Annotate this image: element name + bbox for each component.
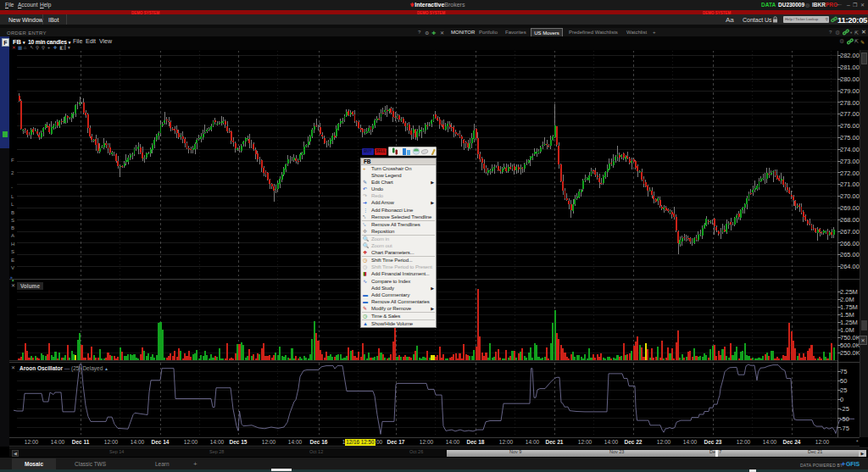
svg-text:14:00: 14:00	[131, 439, 145, 445]
svg-text:2.25M: 2.25M	[840, 288, 858, 296]
svg-text:75: 75	[840, 368, 847, 375]
svg-text:12/16 12:50: 12/16 12:50	[346, 439, 375, 445]
svg-text:12:00: 12:00	[499, 439, 514, 445]
svg-text:1.5M: 1.5M	[840, 311, 854, 319]
svg-text:14:00: 14:00	[446, 439, 460, 445]
svg-text:0: 0	[840, 396, 843, 403]
svg-text:Dec 15: Dec 15	[230, 439, 248, 445]
svg-text:1.25M: 1.25M	[840, 319, 858, 326]
svg-text:12:00: 12:00	[25, 439, 39, 445]
svg-text:-75: -75	[840, 425, 849, 432]
svg-text:Dec 16: Dec 16	[310, 439, 328, 445]
svg-text:Dec 11: Dec 11	[72, 439, 90, 445]
svg-text:50: 50	[840, 377, 847, 385]
svg-text:25: 25	[840, 386, 847, 394]
svg-text:279.00: 279.00	[840, 87, 860, 95]
svg-text:500.0K: 500.0K	[840, 342, 860, 349]
svg-text:Dec 22: Dec 22	[625, 439, 643, 445]
svg-text:12:00: 12:00	[262, 439, 276, 445]
svg-text:Dec 17: Dec 17	[387, 439, 405, 445]
svg-text:12:00: 12:00	[420, 439, 434, 445]
svg-text:Dec 23: Dec 23	[704, 439, 722, 445]
svg-text:-50: -50	[840, 415, 849, 423]
svg-text:272.00: 272.00	[840, 169, 860, 177]
svg-text:2.0M: 2.0M	[840, 296, 854, 303]
svg-text:14:00: 14:00	[604, 439, 619, 445]
svg-text:282.00: 282.00	[840, 52, 860, 59]
svg-text:14:00: 14:00	[526, 439, 540, 445]
svg-text:273.00: 273.00	[840, 158, 860, 165]
svg-text:750.0K: 750.0K	[840, 334, 860, 342]
svg-text:271.00: 271.00	[840, 180, 860, 188]
svg-text:14:00: 14:00	[51, 439, 65, 445]
svg-text:1.0M: 1.0M	[840, 326, 854, 334]
svg-text:12:00: 12:00	[815, 439, 830, 445]
svg-text:269.00: 269.00	[840, 204, 860, 212]
svg-text:12:00: 12:00	[184, 439, 198, 445]
svg-text:264.00: 264.00	[840, 263, 860, 270]
svg-text:-25: -25	[840, 405, 849, 413]
svg-text:14:00: 14:00	[683, 439, 698, 445]
svg-text:277.00: 277.00	[840, 110, 860, 118]
svg-text:12:00: 12:00	[578, 439, 593, 445]
svg-text:275.00: 275.00	[840, 134, 860, 142]
svg-text:Dec 21: Dec 21	[546, 439, 564, 445]
svg-text:267.00: 267.00	[840, 228, 860, 236]
svg-text:12:00: 12:00	[737, 439, 751, 445]
svg-text:276.00: 276.00	[840, 122, 860, 130]
svg-text:Dec 18: Dec 18	[467, 439, 485, 445]
svg-text:14:00: 14:00	[288, 439, 303, 445]
svg-text:265.00: 265.00	[840, 251, 860, 258]
svg-text:268.00: 268.00	[840, 216, 860, 224]
svg-text:1.75M: 1.75M	[840, 303, 858, 311]
svg-text:Dec 14: Dec 14	[152, 439, 170, 445]
svg-text:12:00: 12:00	[657, 439, 671, 445]
svg-text:Dec 24: Dec 24	[783, 439, 801, 445]
svg-text:250.0K: 250.0K	[840, 349, 860, 357]
svg-text:12:00: 12:00	[104, 439, 119, 445]
svg-text:270.00: 270.00	[840, 192, 860, 200]
svg-text:14:00: 14:00	[210, 439, 225, 445]
svg-text:278.00: 278.00	[840, 99, 860, 107]
svg-text:14:00: 14:00	[763, 439, 777, 445]
svg-text:281.00: 281.00	[840, 64, 860, 71]
svg-text:266.00: 266.00	[840, 240, 860, 247]
svg-text:280.00: 280.00	[840, 75, 860, 83]
svg-text:274.00: 274.00	[840, 146, 860, 153]
